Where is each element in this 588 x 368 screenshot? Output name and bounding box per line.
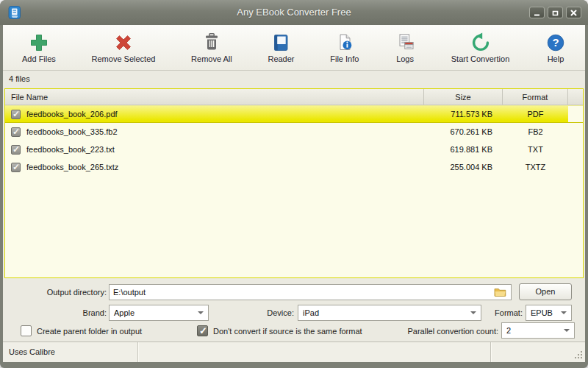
toolbar-label: Help bbox=[548, 54, 564, 63]
column-header-size[interactable]: Size bbox=[424, 89, 503, 105]
device-select[interactable]: iPad bbox=[298, 305, 481, 321]
toolbar-label: Reader bbox=[268, 54, 294, 63]
file-row[interactable]: feedbooks_book_265.txtz 255.004 KB TXTZ bbox=[5, 158, 583, 176]
help-icon: ? bbox=[545, 32, 566, 53]
column-header-file-name[interactable]: File Name bbox=[5, 89, 424, 105]
parallel-count-label: Parallel convertion count: bbox=[353, 323, 498, 339]
reader-icon bbox=[270, 32, 291, 53]
file-checkbox[interactable] bbox=[11, 163, 21, 172]
start-convertion-icon bbox=[470, 32, 491, 53]
toolbar-label: Remove Selected bbox=[92, 54, 156, 63]
skip-same-format-label: Don't convert if source is the same form… bbox=[213, 323, 362, 339]
file-size: 619.881 KB bbox=[424, 145, 503, 154]
remove-selected-icon bbox=[113, 32, 134, 53]
resize-grip-icon[interactable] bbox=[574, 350, 584, 360]
add-files-icon bbox=[29, 32, 49, 53]
parallel-count-select[interactable]: 2 bbox=[501, 322, 575, 339]
settings-panel: Output directory: Open Brand: Apple Devi… bbox=[3, 280, 585, 342]
device-label: Device: bbox=[220, 305, 294, 321]
maximize-icon bbox=[551, 9, 559, 17]
create-parent-folder-checkbox[interactable] bbox=[21, 325, 32, 336]
browse-folder-icon[interactable] bbox=[494, 287, 506, 297]
file-row[interactable]: feedbooks_book_206.pdf 711.573 KB PDF bbox=[5, 105, 583, 123]
logs-icon bbox=[395, 32, 415, 53]
logs-button[interactable]: Logs bbox=[395, 32, 415, 63]
file-list[interactable]: File Name Size Format feedbooks_book_206… bbox=[4, 88, 584, 278]
reader-button[interactable]: Reader bbox=[268, 32, 294, 63]
output-directory-label: Output directory: bbox=[18, 284, 107, 300]
brand-select[interactable]: Apple bbox=[109, 305, 209, 321]
column-header-end bbox=[568, 89, 583, 105]
file-row[interactable]: feedbooks_book_223.txt 619.881 KB TXT bbox=[5, 141, 583, 158]
minimize-button[interactable] bbox=[529, 7, 545, 18]
file-name: feedbooks_book_223.txt bbox=[26, 145, 115, 154]
minimize-icon bbox=[533, 9, 541, 17]
create-parent-folder-label: Create parent folder in output bbox=[37, 323, 142, 339]
file-format: FB2 bbox=[503, 127, 568, 136]
file-checkbox[interactable] bbox=[11, 110, 21, 119]
column-header-format[interactable]: Format bbox=[503, 89, 568, 105]
open-button[interactable]: Open bbox=[519, 283, 572, 300]
status-text: Uses Calibre bbox=[3, 342, 138, 362]
toolbar-label: Remove All bbox=[191, 54, 232, 63]
status-section-right bbox=[491, 342, 585, 362]
file-checkbox[interactable] bbox=[11, 145, 21, 155]
output-directory-input[interactable] bbox=[109, 284, 512, 300]
status-section-middle bbox=[138, 342, 491, 362]
toolbar-label: Add Files bbox=[22, 54, 56, 63]
window-title: Any EBook Converter Free bbox=[0, 0, 588, 25]
file-size: 255.004 KB bbox=[424, 163, 503, 171]
file-format: PDF bbox=[503, 110, 568, 118]
status-bar: Uses Calibre bbox=[3, 342, 585, 362]
file-row[interactable]: feedbooks_book_335.fb2 670.261 KB FB2 bbox=[5, 123, 583, 141]
toolbar-label: Start Convertion bbox=[451, 54, 509, 63]
list-header: File Name Size Format bbox=[5, 89, 583, 105]
start-convertion-button[interactable]: Start Convertion bbox=[451, 32, 509, 63]
file-size: 711.573 KB bbox=[424, 110, 503, 118]
close-button[interactable] bbox=[566, 7, 581, 18]
file-format: TXTZ bbox=[503, 163, 568, 171]
remove-all-icon bbox=[201, 32, 222, 53]
format-label: Format: bbox=[469, 305, 523, 321]
brand-label: Brand: bbox=[18, 305, 107, 321]
title-bar[interactable]: Any EBook Converter Free bbox=[0, 0, 588, 25]
app-window: Any EBook Converter Free bbox=[0, 0, 588, 368]
file-count-label: 4 files bbox=[3, 71, 585, 88]
file-name: feedbooks_book_265.txtz bbox=[26, 163, 118, 171]
file-info-icon bbox=[334, 32, 355, 53]
add-files-button[interactable]: Add Files bbox=[22, 32, 56, 63]
file-info-button[interactable]: File Info bbox=[330, 32, 359, 63]
file-format: TXT bbox=[503, 145, 568, 154]
toolbar-label: Logs bbox=[396, 54, 414, 63]
skip-same-format-checkbox[interactable] bbox=[197, 325, 208, 336]
close-icon bbox=[570, 9, 578, 17]
file-checkbox[interactable] bbox=[11, 127, 21, 137]
maximize-button[interactable] bbox=[548, 7, 563, 18]
file-name: feedbooks_book_335.fb2 bbox=[26, 127, 118, 136]
remove-selected-button[interactable]: Remove Selected bbox=[92, 32, 156, 63]
format-select[interactable]: EPUB bbox=[526, 305, 572, 321]
svg-text:?: ? bbox=[552, 36, 559, 49]
file-name: feedbooks_book_206.pdf bbox=[26, 110, 118, 118]
window-content: Add Files Remove Selected Remove All bbox=[3, 25, 585, 362]
help-button[interactable]: ? Help bbox=[545, 32, 566, 63]
file-size: 670.261 KB bbox=[424, 127, 503, 136]
toolbar-label: File Info bbox=[330, 54, 359, 63]
remove-all-button[interactable]: Remove All bbox=[191, 32, 232, 63]
toolbar: Add Files Remove Selected Remove All bbox=[3, 25, 585, 71]
